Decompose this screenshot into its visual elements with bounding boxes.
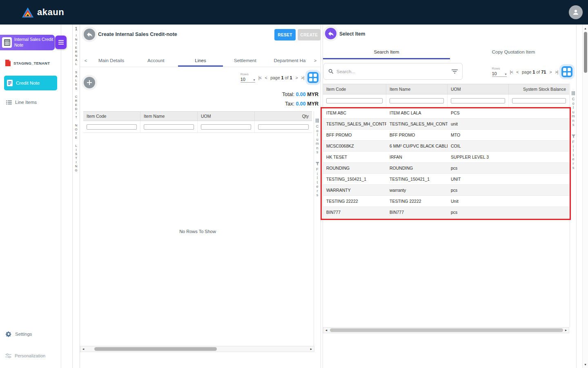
- filter-input-qty[interactable]: [258, 124, 309, 130]
- item-code-cell: TESTING_150421_1: [323, 177, 386, 182]
- filter-input-item-name[interactable]: [144, 124, 194, 130]
- funnel-icon: [572, 135, 575, 138]
- grid-view-icon[interactable]: [561, 66, 572, 77]
- add-line-button[interactable]: [84, 77, 95, 88]
- tool-panel-strip: Columns Filters: [570, 84, 577, 327]
- column-header-qty[interactable]: Qty: [255, 112, 312, 121]
- item-row[interactable]: TESTING 22222 TESTING 22222 Unit: [323, 196, 569, 207]
- personalization-label: Personalization: [15, 353, 45, 358]
- filters-tool-tab[interactable]: Filters: [315, 162, 319, 197]
- scroll-up-icon[interactable]: ▲: [583, 25, 588, 31]
- filter-input-item-code[interactable]: [326, 98, 383, 103]
- rows-label: Rows: [241, 72, 255, 76]
- menu-toggle-button[interactable]: [55, 36, 67, 49]
- filter-input-item-code[interactable]: [87, 124, 137, 130]
- scrollbar-thumb[interactable]: [94, 347, 217, 351]
- filters-tool-tab[interactable]: Filters: [571, 135, 575, 170]
- prev-page-button[interactable]: <: [265, 75, 267, 80]
- scroll-right-icon[interactable]: ►: [308, 346, 314, 352]
- scroll-left-icon[interactable]: ◄: [80, 346, 86, 352]
- column-header-item-code[interactable]: Item Code: [83, 112, 140, 121]
- reset-button[interactable]: RESET: [274, 29, 296, 40]
- tab-department[interactable]: Department Ha: [267, 54, 312, 67]
- tab-settlement[interactable]: Settlement: [223, 54, 267, 67]
- sidebar-item-tenant[interactable]: STAGING_TENANT: [5, 58, 50, 67]
- item-name-cell: TESTING_150421_1: [386, 177, 448, 182]
- page-count: 1: [290, 75, 292, 80]
- item-row[interactable]: BFF PROMO BFF PROMO MTO: [323, 130, 569, 141]
- empty-state-text: No Rows To Show: [83, 229, 312, 234]
- item-uom-cell: UNIT: [448, 177, 509, 182]
- back-arrow-icon: [87, 32, 92, 37]
- columns-grip-icon: [316, 119, 319, 123]
- back-button[interactable]: [325, 28, 336, 39]
- rows-value: 10: [492, 71, 497, 76]
- column-header-item-name[interactable]: Item Name: [140, 112, 198, 121]
- column-header-item-name[interactable]: Item Name: [386, 84, 448, 94]
- back-button[interactable]: [84, 29, 95, 40]
- sidebar-item-settings[interactable]: Settings: [5, 329, 32, 339]
- tabs-scroll-right[interactable]: >: [312, 54, 318, 67]
- tab-main-details[interactable]: Main Details: [89, 54, 134, 67]
- rows-per-page-select[interactable]: Rows 10 ▾: [492, 67, 507, 77]
- rows-per-page-select[interactable]: Rows 10 ▾: [241, 72, 255, 83]
- next-page-button[interactable]: >: [550, 70, 552, 74]
- tab-copy-quotation-item[interactable]: Copy Quotation Item: [450, 45, 577, 59]
- item-name-cell: IRFAN: [386, 155, 448, 159]
- filter-lines-icon[interactable]: [452, 70, 458, 74]
- tab-lines[interactable]: Lines: [178, 54, 223, 67]
- filter-input-uom[interactable]: [201, 124, 251, 130]
- item-row[interactable]: MCSC0068KZ 6 MM² CU/PVC BLACK CABLE 100M…: [323, 141, 569, 152]
- columns-tool-tab[interactable]: Columns: [315, 119, 319, 155]
- tab-search-item[interactable]: Search Item: [323, 45, 450, 59]
- item-code-cell: TESTING 22222: [323, 199, 386, 204]
- scroll-right-icon[interactable]: ►: [563, 328, 569, 333]
- tab-account[interactable]: Account: [134, 54, 178, 67]
- listing-tab-strip[interactable]: 1 INTERNAL SALES CREDIT NOTE LISTING: [73, 25, 80, 368]
- item-row[interactable]: HK TESET IRFAN SUPPLER LEVEL 3: [323, 152, 569, 163]
- sidebar-module-internal-sales-credit-note[interactable]: Internal Sales Credit Note: [0, 35, 55, 50]
- avatar[interactable]: [569, 5, 583, 19]
- columns-tab-label: Columns: [571, 97, 575, 127]
- items-pager: Rows 10 ▾ |< < page 1 of 71 > >|: [492, 66, 573, 77]
- column-header-uom[interactable]: UOM: [198, 112, 255, 121]
- sidebar-item-label: Line Items: [15, 100, 37, 105]
- column-header-item-code[interactable]: Item Code: [323, 84, 386, 94]
- tax-value: 0.00: [296, 101, 305, 107]
- sidebar-item-personalization[interactable]: Personalization: [5, 351, 45, 361]
- scroll-down-icon[interactable]: ▼: [583, 361, 588, 367]
- search-input[interactable]: [336, 69, 449, 74]
- column-header-uom[interactable]: UOM: [448, 84, 509, 94]
- last-page-button[interactable]: >|: [555, 70, 558, 74]
- first-page-button[interactable]: |<: [510, 70, 513, 74]
- item-row[interactable]: BIN777 BIN777 pcs: [323, 207, 569, 218]
- tenant-label: STAGING_TENANT: [13, 61, 50, 65]
- scrollbar-thumb[interactable]: [330, 328, 563, 332]
- first-page-button[interactable]: |<: [258, 75, 262, 80]
- sidebar-item-credit-note[interactable]: Credit Note: [4, 76, 57, 90]
- item-row[interactable]: ROUNDING ROUNDING pcs: [323, 163, 569, 174]
- last-page-button[interactable]: >|: [301, 75, 304, 80]
- sidebar-item-line-items[interactable]: Line Items: [6, 97, 37, 107]
- filter-input-item-name[interactable]: [390, 98, 444, 103]
- rows-label: Rows: [492, 67, 507, 70]
- next-page-button[interactable]: >: [296, 75, 298, 80]
- filter-input-stock[interactable]: [512, 98, 566, 103]
- columns-tool-tab[interactable]: Columns: [571, 91, 575, 127]
- scroll-left-icon[interactable]: ◄: [323, 328, 329, 333]
- item-row[interactable]: ITEM ABC ITEM ABC LALA PCS: [323, 108, 569, 119]
- item-row[interactable]: TESTING_SALES_MH_CONTRACT TESTING_SALES_…: [323, 119, 569, 130]
- prev-page-button[interactable]: <: [516, 70, 519, 74]
- item-row[interactable]: TESTING_150421_1 TESTING_150421_1 UNIT: [323, 174, 569, 185]
- sidebar-gutter: [61, 25, 73, 368]
- tabs-scroll-left[interactable]: <: [82, 54, 89, 67]
- item-name-cell: TESTING_SALES_MH_CONTRACT: [386, 121, 448, 126]
- grid-view-icon[interactable]: [307, 72, 318, 83]
- funnel-icon: [316, 162, 319, 166]
- column-header-system-stock-balance[interactable]: System Stock Balance: [509, 84, 569, 94]
- module-label: Internal Sales Credit Note: [14, 37, 55, 48]
- scrollbar-thumb[interactable]: [584, 32, 587, 73]
- item-row[interactable]: WARRANTY warranty pcs: [323, 185, 569, 196]
- create-button[interactable]: CREATE: [298, 29, 321, 40]
- filter-input-uom[interactable]: [451, 98, 505, 103]
